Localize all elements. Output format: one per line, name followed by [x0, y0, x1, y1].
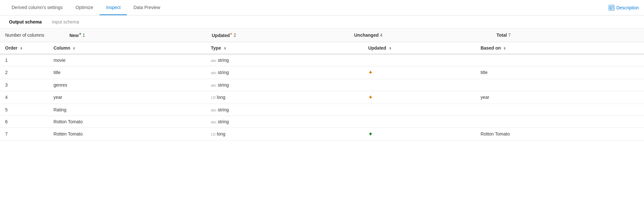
cell-basedon-2: title: [475, 66, 644, 79]
summary-item-new: New✦ 1: [69, 32, 212, 38]
cell-order-4: 4: [0, 91, 48, 104]
cell-basedon-6: [475, 116, 644, 127]
sort-icon-column: ⬍: [73, 47, 75, 50]
sub-tab-input-schema[interactable]: Input schema: [48, 17, 83, 27]
cell-order-7: 7: [0, 127, 48, 140]
summary-updated-value: 2: [234, 33, 236, 38]
cell-column-4: year: [48, 91, 206, 104]
summary-label: Number of columns: [5, 33, 69, 38]
sort-icon-order: ⬍: [20, 47, 22, 50]
cell-updated-6: [363, 116, 476, 127]
table-row: 3genresabcstring: [0, 79, 644, 91]
summary-item-total: Total 7: [496, 33, 639, 38]
table-row: 7Rotten Tomato12llong✦Rotton Tomato: [0, 127, 644, 140]
description-icon: [609, 5, 614, 11]
cell-type-3: abcstring: [206, 79, 363, 91]
summary-unchanged-key: Unchanged: [354, 33, 379, 38]
cell-type-4: 12llong: [206, 91, 363, 104]
table-row: 4year12llong✦year: [0, 91, 644, 104]
col-header-basedon[interactable]: Based on ⬍: [475, 42, 644, 54]
tab-derived-column-settings[interactable]: Derived column's settings: [5, 0, 69, 15]
summary-total-key: Total: [496, 33, 507, 38]
type-prefix-1: abc: [211, 59, 217, 62]
updated-star-4: ✦: [368, 95, 372, 100]
cell-order-2: 2: [0, 66, 48, 79]
cell-order-1: 1: [0, 54, 48, 66]
cell-column-2: title: [48, 66, 206, 79]
cell-type-1: abcstring: [206, 54, 363, 66]
description-button[interactable]: Description: [609, 5, 639, 11]
sub-tab-bar: Output schema Input schema: [0, 15, 644, 28]
cell-order-6: 6: [0, 116, 48, 127]
cell-updated-2: ✦: [363, 66, 476, 79]
cell-basedon-3: [475, 79, 644, 91]
cell-basedon-1: [475, 54, 644, 66]
summary-new-key: New✦: [69, 32, 81, 38]
type-prefix-4: 12l: [211, 96, 216, 99]
tab-optimize[interactable]: Optimize: [69, 0, 100, 15]
cell-basedon-5: [475, 104, 644, 116]
updated-star-7: ✦: [368, 131, 372, 137]
cell-column-7: Rotten Tomato: [48, 127, 206, 140]
table-row: 1movieabcstring: [0, 54, 644, 66]
updated-star-2: ✦: [368, 70, 372, 75]
tab-inspect[interactable]: Inspect: [100, 0, 127, 15]
cell-order-5: 5: [0, 104, 48, 116]
cell-column-1: movie: [48, 54, 206, 66]
cell-order-3: 3: [0, 79, 48, 91]
summary-item-updated: Updated✦ 2: [212, 32, 354, 38]
col-header-column[interactable]: Column ⬍: [48, 42, 206, 54]
col-header-type[interactable]: Type ⬍: [206, 42, 363, 54]
cell-basedon-7: Rotton Tomato: [475, 127, 644, 140]
sort-icon-updated: ⬍: [389, 47, 391, 50]
col-header-order[interactable]: Order ⬍: [0, 42, 48, 54]
cell-column-6: Rotton Tomato: [48, 116, 206, 127]
description-label: Description: [616, 5, 639, 10]
sort-icon-basedon: ⬍: [503, 47, 506, 50]
sort-icon-type: ⬍: [224, 47, 226, 50]
summary-total-value: 7: [508, 33, 511, 38]
table-row: 5Ratingabcstring: [0, 104, 644, 116]
new-asterisk: ✦: [79, 32, 81, 36]
type-prefix-5: abc: [211, 108, 217, 112]
data-table-container: Order ⬍ Column ⬍ Type ⬍ Updated ⬍ Based …: [0, 42, 644, 141]
cell-basedon-4: year: [475, 91, 644, 104]
summary-unchanged-value: 4: [380, 33, 382, 38]
cell-column-3: genres: [48, 79, 206, 91]
summary-bar: Number of columns New✦ 1 Updated✦ 2 Unch…: [0, 28, 644, 42]
cell-updated-4: ✦: [363, 91, 476, 104]
col-header-updated[interactable]: Updated ⬍: [363, 42, 476, 54]
table-row: 6Rotton Tomatoabcstring: [0, 116, 644, 127]
cell-type-7: 12llong: [206, 127, 363, 140]
table-header-row: Order ⬍ Column ⬍ Type ⬍ Updated ⬍ Based …: [0, 42, 644, 54]
table-row: 2titleabcstring✦title: [0, 66, 644, 79]
cell-column-5: Rating: [48, 104, 206, 116]
type-prefix-6: abc: [211, 120, 217, 124]
summary-new-value: 1: [83, 33, 85, 38]
cell-type-2: abcstring: [206, 66, 363, 79]
sub-tab-output-schema[interactable]: Output schema: [5, 17, 46, 27]
type-prefix-3: abc: [211, 83, 217, 87]
cell-type-6: abcstring: [206, 116, 363, 127]
tab-data-preview[interactable]: Data Preview: [127, 0, 166, 15]
type-prefix-7: 12l: [211, 132, 216, 136]
summary-item-unchanged: Unchanged 4: [354, 33, 496, 38]
cell-updated-3: [363, 79, 476, 91]
summary-updated-key: Updated✦: [212, 32, 232, 38]
cell-type-5: abcstring: [206, 104, 363, 116]
tab-bar: Derived column's settings Optimize Inspe…: [0, 0, 644, 15]
updated-asterisk: ✦: [230, 32, 232, 36]
type-prefix-2: abc: [211, 71, 217, 75]
cell-updated-7: ✦: [363, 127, 476, 140]
cell-updated-5: [363, 104, 476, 116]
cell-updated-1: [363, 54, 476, 66]
schema-table: Order ⬍ Column ⬍ Type ⬍ Updated ⬍ Based …: [0, 42, 644, 141]
